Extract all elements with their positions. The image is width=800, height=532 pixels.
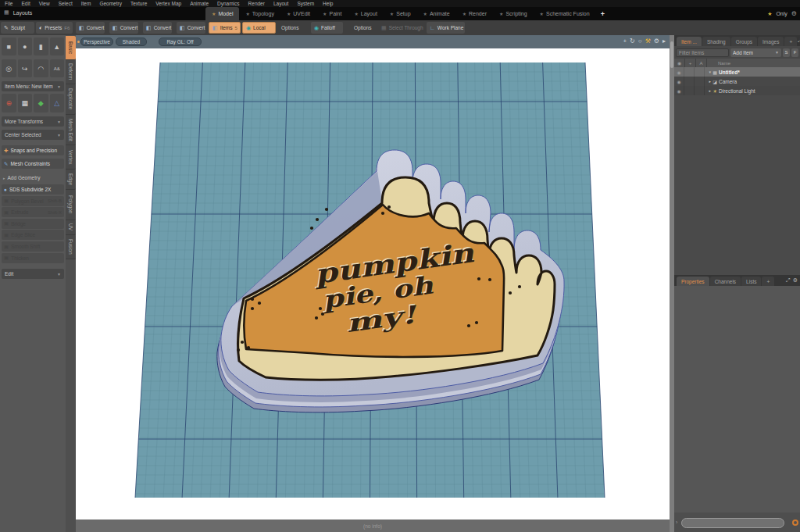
presets-button[interactable]: ◐PresetsF6 [36, 22, 73, 34]
panel-tab-channels[interactable]: Channels [710, 277, 741, 286]
select-through-button[interactable]: ▦Select Through [378, 22, 423, 34]
gear-icon[interactable]: ⚙ [791, 10, 797, 17]
menu-render[interactable]: Render [248, 1, 265, 6]
panel-tab-lists[interactable]: Lists [741, 277, 761, 286]
menu-texture[interactable]: Texture [130, 1, 147, 6]
add-item-dropdown[interactable]: Add Item▼ [730, 48, 781, 57]
menu-layout[interactable]: Layout [273, 1, 289, 6]
tool-sds-subdivide-2x[interactable]: ●SDS Subdivide 2X [2, 184, 64, 195]
expand-icon[interactable]: ⤢ [786, 277, 791, 284]
item-row-directional-light[interactable]: ◉▸☀Directional Light [674, 86, 800, 95]
curve-icon[interactable]: ↪ [18, 59, 33, 77]
viewport-pill-shaded[interactable]: Shaded [116, 37, 147, 46]
layout-tab-animate[interactable]: ★Animate [417, 7, 456, 20]
layout-tab-setup[interactable]: ★Setup [384, 7, 417, 20]
menu-edit[interactable]: Edit [21, 1, 30, 6]
layout-tab-schematic-fusion[interactable]: ★Schematic Fusion [534, 7, 596, 20]
menu-help[interactable]: Help [323, 1, 333, 6]
work-plane-button[interactable]: ∟Work Plane [427, 22, 465, 34]
layout-tab-topology[interactable]: ★Topology [239, 7, 280, 20]
sidebar-tab-basic[interactable]: Basic [66, 36, 76, 60]
panel-tab-+[interactable]: + [784, 37, 797, 46]
expander-icon[interactable]: ▾ [705, 70, 711, 74]
eye-icon[interactable]: ◉ [674, 86, 684, 95]
arc-icon[interactable]: ◠ [34, 59, 48, 77]
tool-edge-slice[interactable]: ▣Edge Slice [2, 230, 64, 240]
viewport-3d[interactable]: pumpkinpumpkinpie, ohpie, ohmy!my! [76, 48, 670, 520]
sidebar-tab-duplicate[interactable]: Duplicate [66, 84, 76, 115]
layout-tab-render[interactable]: ★Render [456, 7, 493, 20]
local-button[interactable]: ◉Local [242, 22, 276, 34]
menu-geometry[interactable]: Geometry [99, 1, 122, 6]
f-button[interactable]: F [791, 48, 798, 57]
viewport-pill-ray-gl-off[interactable]: Ray GL: Off [159, 37, 202, 46]
mesh-constraints[interactable]: ✎Mesh Constraints [2, 159, 64, 169]
menu-system[interactable]: System [297, 1, 314, 6]
eye-icon[interactable]: ◉ [674, 67, 684, 77]
layout-tab-layout[interactable]: ★Layout [348, 7, 383, 20]
record-icon[interactable] [792, 520, 798, 526]
tool-thicken[interactable]: ▣Thicken [2, 253, 64, 263]
layout-tab-paint[interactable]: ★Paint [316, 7, 348, 20]
tool-extrude[interactable]: ▣ExtrudeShift-X [2, 207, 64, 217]
gear-icon[interactable]: ⚙ [654, 37, 659, 45]
convert-button[interactable]: ◧Convert [76, 22, 105, 34]
cone-icon[interactable]: ▲ [50, 37, 65, 55]
text-tool-icon[interactable]: A& [50, 59, 65, 77]
layout-tab-model[interactable]: ★Model [205, 7, 239, 20]
options-button[interactable]: Options [278, 22, 305, 34]
convert-button[interactable]: ◧Convert [109, 22, 138, 34]
menu-dynamics[interactable]: Dynamics [217, 1, 240, 6]
edit-dropdown[interactable]: Edit▼ [2, 269, 64, 279]
sidebar-tab-uv[interactable]: UV [66, 220, 76, 235]
gear-icon[interactable]: ⚙ [793, 277, 798, 284]
item-menu-dropdown[interactable]: Item Menu: New Item▼ [2, 81, 64, 91]
item-row-untitled-[interactable]: ◉▾▦Untitled* [674, 67, 800, 77]
layout-tab-uvedit[interactable]: ★UVEdit [280, 7, 316, 20]
command-input[interactable] [681, 518, 784, 528]
menu-item[interactable]: Item [81, 1, 91, 6]
layout-tab-scripting[interactable]: ★Scripting [493, 7, 534, 20]
tool-bridge[interactable]: ▣Bridge [2, 219, 64, 229]
panel-tab-properties[interactable]: Properties [677, 277, 709, 286]
pyramid-icon[interactable]: △ [50, 94, 65, 112]
zoom-icon[interactable]: ○ [638, 37, 642, 45]
sidebar-tab-mesh-edit[interactable]: Mesh Edit [66, 115, 76, 145]
panel-tab-item-[interactable]: Item ... [677, 37, 702, 46]
panel-tab-images[interactable]: Images [758, 37, 784, 46]
menu-animate[interactable]: Animate [190, 1, 209, 6]
sidebar-tab-polygon[interactable]: Polygon [66, 190, 76, 220]
pan-icon[interactable]: + [623, 37, 627, 45]
key-icon[interactable]: ⚒ [645, 37, 651, 45]
items-button[interactable]: ◧Items5 [209, 22, 241, 34]
eye-icon[interactable]: ◉ [674, 77, 684, 86]
locator-icon[interactable]: ⊕ [2, 94, 16, 112]
convert-button[interactable]: ◧Convert [177, 22, 205, 34]
tool-polygon-bevel[interactable]: ▣Polygon BevelShift-B [2, 196, 64, 206]
instance-icon[interactable]: ◆ [34, 94, 48, 112]
filter-items-input[interactable]: Filter Items [676, 48, 729, 57]
menu-view[interactable]: View [39, 1, 50, 6]
sidebar-tab-vertex[interactable]: Vertex [66, 145, 76, 170]
panel-tab-groups[interactable]: Groups [731, 37, 757, 46]
expand-icon[interactable]: ▸ [662, 37, 666, 45]
divider-handle[interactable] [670, 41, 673, 68]
add-layout-tab-button[interactable]: + [596, 7, 609, 20]
sphere-icon[interactable]: ● [18, 37, 33, 55]
expander-icon[interactable]: ▸ [705, 79, 711, 84]
rotate-icon[interactable]: ↻ [630, 37, 635, 45]
cube-icon[interactable]: ■ [2, 37, 16, 55]
sculpt-button[interactable]: ✎Sculpt [1, 22, 34, 34]
mesh-icon[interactable]: ▦ [18, 94, 33, 112]
menu-vertex-map[interactable]: Vertex Map [155, 1, 181, 6]
cylinder-icon[interactable]: ▮ [34, 37, 48, 55]
layouts-menu[interactable]: ▦Layouts [4, 9, 32, 16]
sidebar-tab-fusion[interactable]: Fusion [66, 235, 76, 259]
options-button[interactable]: Options [351, 22, 377, 34]
tool-smooth-shift[interactable]: ▣Smooth Shift [2, 241, 64, 252]
convert-button[interactable]: ◧Convert [143, 22, 172, 34]
s-button[interactable]: S [783, 48, 790, 57]
panel-tab-shading[interactable]: Shading [702, 37, 730, 46]
add-geometry-header[interactable]: ▸Add Geometry [2, 173, 64, 182]
falloff-button[interactable]: ◉Falloff [311, 22, 343, 34]
